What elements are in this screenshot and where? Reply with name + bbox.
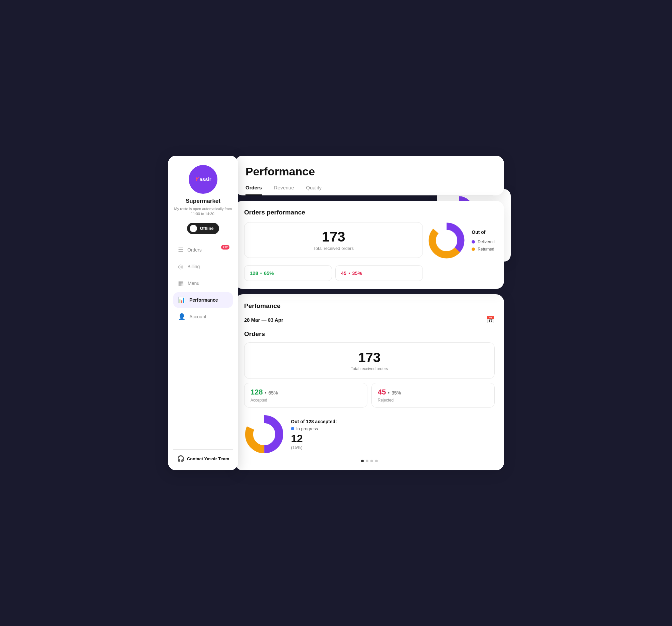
dot-4[interactable]	[375, 460, 378, 462]
orders-badge: +12	[221, 245, 230, 249]
total-orders-box: 173 Total received orders	[244, 222, 423, 258]
sidebar-nav: ☰ Orders +12 ◎ Billing ▦ Menu 📊 Performa…	[173, 242, 233, 444]
orders-icon: ☰	[178, 246, 183, 254]
legend-returned-label: Returned	[478, 247, 494, 251]
rejected-cell: 45 • 35% Rejected	[371, 383, 495, 408]
acc-number: 128	[250, 388, 263, 396]
tab-revenue[interactable]: Revenue	[274, 185, 294, 195]
contact-label: Contact Yassir Team	[187, 456, 230, 461]
sidebar-item-performance[interactable]: 📊 Performance	[173, 292, 233, 308]
divider	[173, 449, 233, 450]
orders-performance-card: Orders performance 173 Total received or…	[235, 201, 504, 289]
dot-1[interactable]	[361, 460, 364, 462]
acc-label: Accepted	[250, 398, 361, 403]
orders-big-stat: 173 Total received orders	[244, 342, 495, 379]
total-orders-label: Total received orders	[254, 246, 413, 251]
svg-point-6	[253, 423, 275, 445]
billing-icon: ◎	[178, 263, 183, 270]
sidebar-item-label: Menu	[188, 281, 199, 286]
sidebar-item-label: Account	[189, 314, 207, 319]
rej-pct: 35%	[391, 390, 401, 395]
rejected-pct: 35%	[352, 270, 362, 276]
orders-perf-inner: 173 Total received orders 128 • 65% 45 •…	[244, 222, 495, 281]
in-progress-label-text: In progress	[296, 426, 318, 431]
acc-percent: •	[265, 390, 266, 395]
orders-big-number: 173	[253, 350, 486, 365]
accepted-number: 128	[250, 270, 258, 276]
headset-icon: 🎧	[177, 455, 184, 462]
accepted-percent: •	[260, 270, 262, 276]
legend-delivered-label: Delivered	[478, 240, 495, 244]
store-name: Supermarket	[186, 198, 220, 204]
tabs-row: Orders Revenue Quality	[245, 185, 493, 195]
dot-2[interactable]	[366, 460, 368, 462]
sidebar-item-label: Orders	[187, 247, 202, 252]
account-icon: 👤	[178, 313, 185, 320]
bottom-donut-row: Out of 128 accepted: In progress 12 (15%…	[244, 414, 495, 454]
status-toggle[interactable]: Offline	[187, 223, 219, 234]
accepted-rejected-row: 128 • 65% 45 • 35%	[244, 265, 423, 281]
main-content: Performance Orders Revenue Quality Order…	[235, 156, 504, 470]
dot-3[interactable]	[370, 460, 373, 462]
acc-rej-row: 128 • 65% Accepted 45 • 35% Rejected	[244, 383, 495, 408]
logo-text: assir	[199, 176, 211, 182]
perf-date-row: 28 Mar — 03 Apr 📅	[244, 316, 495, 324]
rejected-number: 45	[341, 270, 347, 276]
logo: Y assir	[195, 176, 211, 183]
sidebar-item-menu[interactable]: ▦ Menu	[173, 275, 233, 291]
toggle-circle	[190, 225, 197, 232]
legend-returned: Returned	[472, 247, 495, 251]
rej-percent: •	[388, 390, 389, 395]
accepted-pct: 65%	[264, 270, 274, 276]
donut-chart-top	[428, 222, 465, 259]
toggle-label: Offline	[200, 226, 213, 231]
pagination-dots	[244, 460, 495, 462]
svg-point-2	[436, 230, 457, 250]
total-orders-number: 173	[254, 229, 413, 244]
accepted-cell: 128 • 65% Accepted	[244, 383, 367, 408]
sidebar-item-orders[interactable]: ☰ Orders +12	[173, 242, 233, 258]
orders-perf-title: Orders performance	[244, 209, 495, 216]
out-of-label: Out of	[472, 230, 495, 235]
orders-section-title: Orders	[244, 330, 495, 338]
logo-icon: Y	[195, 176, 199, 183]
donut-legend: Out of Delivered Returned	[472, 230, 495, 251]
donut-chart-bottom	[244, 414, 284, 454]
orders-big-label: Total received orders	[253, 366, 486, 371]
legend-delivered: Delivered	[472, 240, 495, 244]
store-subtitle: My resto is open automatically from 11:0…	[173, 207, 233, 217]
orders-section: Orders 173 Total received orders 128 • 6…	[244, 330, 495, 462]
legend-returned-dot	[472, 247, 475, 251]
tab-orders[interactable]: Orders	[245, 185, 262, 195]
in-progress-row: In progress	[291, 426, 495, 431]
tab-quality[interactable]: Quality	[306, 185, 322, 195]
rejected-percent: •	[349, 270, 350, 276]
avatar: Y assir	[189, 165, 217, 194]
progress-number: 12	[291, 433, 495, 445]
sidebar-item-account[interactable]: 👤 Account	[173, 309, 233, 324]
sidebar-item-label: Performance	[189, 297, 218, 303]
rejected-stat: 45 • 35%	[335, 265, 423, 281]
contact-button[interactable]: 🎧 Contact Yassir Team	[177, 455, 230, 462]
sidebar-item-billing[interactable]: ◎ Billing	[173, 259, 233, 274]
blue-dot	[291, 427, 294, 430]
perf-date-range: 28 Mar — 03 Apr	[244, 317, 283, 323]
performance-icon: 📊	[178, 296, 185, 304]
bottom-panel: Perfomance 28 Mar — 03 Apr 📅 Orders 173 …	[235, 294, 504, 470]
top-panel: Performance Orders Revenue Quality	[235, 156, 504, 195]
donut-info: Out of 128 accepted: In progress 12 (15%…	[291, 419, 495, 450]
sidebar: Y assir Supermarket My resto is open aut…	[168, 156, 238, 470]
acc-pct: 65%	[268, 390, 278, 395]
page-title: Performance	[245, 165, 493, 178]
donut-top-section: Out of Delivered Returned	[428, 222, 495, 259]
performance-section: Perfomance 28 Mar — 03 Apr 📅	[244, 302, 495, 324]
legend-delivered-dot	[472, 240, 475, 243]
rej-label: Rejected	[378, 398, 488, 403]
accepted-stat: 128 • 65%	[244, 265, 332, 281]
perf-section-title: Perfomance	[244, 302, 495, 310]
menu-icon: ▦	[178, 280, 184, 287]
progress-percent: (15%)	[291, 445, 495, 450]
calendar-icon[interactable]: 📅	[486, 316, 495, 324]
sidebar-item-label: Billing	[187, 264, 200, 269]
rej-number: 45	[378, 388, 386, 396]
